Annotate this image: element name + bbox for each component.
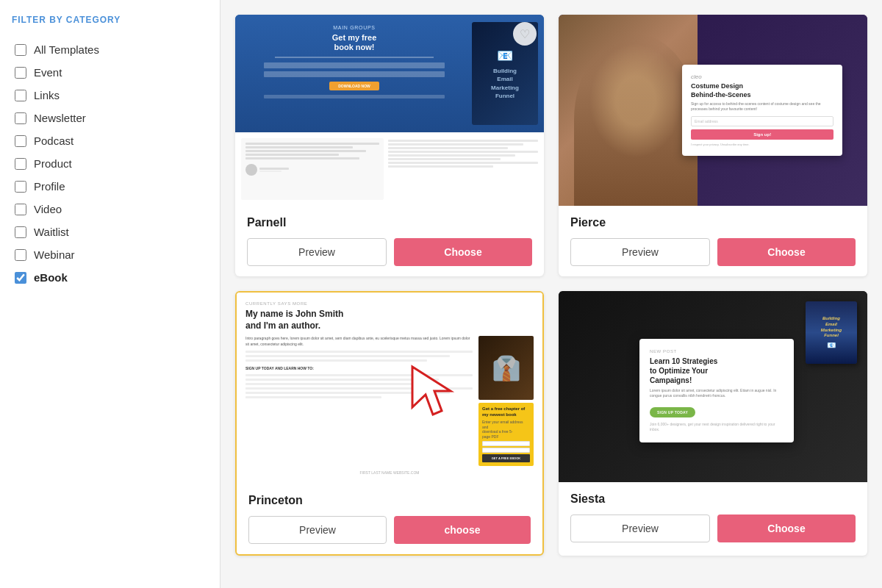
filter-event[interactable]: Event: [12, 61, 208, 84]
filter-links[interactable]: Links: [12, 84, 208, 107]
checkbox-links[interactable]: [15, 90, 26, 101]
princeton-choose-btn[interactable]: choose: [394, 516, 531, 544]
filter-label-podcast[interactable]: Podcast: [34, 135, 74, 147]
filter-waitlist[interactable]: Waitlist: [12, 220, 208, 243]
checkbox-all[interactable]: [15, 44, 26, 56]
filter-label-event[interactable]: Event: [34, 66, 62, 79]
princeton-actions: Preview choose: [248, 516, 531, 544]
filter-video[interactable]: Video: [12, 198, 208, 220]
pierce-footer: Pierce Preview Choose: [559, 206, 867, 276]
siesta-footer: Siesta Preview Choose: [559, 482, 867, 553]
filter-label-video[interactable]: Video: [34, 203, 62, 215]
pierce-choose-btn[interactable]: Choose: [717, 238, 856, 266]
siesta-name: Siesta: [570, 492, 856, 506]
siesta-preview: NEW POST Learn 10 Strategiesto Optimize …: [559, 291, 867, 482]
siesta-preview-btn[interactable]: Preview: [570, 514, 710, 542]
filter-ebook[interactable]: eBook: [12, 266, 208, 289]
filter-label-product[interactable]: Product: [34, 157, 72, 170]
parnell-name: Parnell: [247, 216, 532, 229]
checkbox-profile[interactable]: [15, 181, 26, 193]
parnell-actions: Preview Choose: [247, 238, 532, 266]
filter-label-links[interactable]: Links: [34, 89, 60, 101]
pierce-preview: cleo Costume DesignBehind-the-Scenes Sig…: [559, 15, 867, 206]
princeton-preview-btn[interactable]: Preview: [248, 516, 387, 544]
main-content: MAIN GROUPS Get my freebook now! DOWNLOA…: [220, 0, 882, 588]
sidebar: FILTER BY CATEGORY All Templates Event L…: [0, 0, 220, 588]
filter-profile[interactable]: Profile: [12, 175, 208, 198]
filter-label-waitlist[interactable]: Waitlist: [34, 226, 69, 238]
filter-product[interactable]: Product: [12, 152, 208, 175]
checkbox-waitlist[interactable]: [15, 226, 26, 238]
pierce-name: Pierce: [570, 216, 856, 229]
parnell-preview-btn[interactable]: Preview: [247, 238, 387, 266]
parnell-favorite-btn[interactable]: ♡: [513, 22, 537, 46]
template-card-pierce: cleo Costume DesignBehind-the-Scenes Sig…: [559, 15, 867, 276]
princeton-footer: Princeton Preview choose: [237, 484, 542, 554]
template-card-siesta: NEW POST Learn 10 Strategiesto Optimize …: [559, 291, 867, 556]
siesta-actions: Preview Choose: [570, 514, 856, 542]
filter-all[interactable]: All Templates: [12, 38, 208, 61]
checkbox-podcast[interactable]: [15, 135, 26, 147]
checkbox-ebook[interactable]: [15, 272, 26, 284]
filter-label-profile[interactable]: Profile: [34, 180, 65, 193]
filter-label-webinar[interactable]: Webinar: [34, 248, 75, 261]
parnell-choose-btn[interactable]: Choose: [394, 238, 532, 266]
templates-grid: MAIN GROUPS Get my freebook now! DOWNLOA…: [235, 15, 867, 556]
pierce-preview-btn[interactable]: Preview: [570, 238, 710, 266]
princeton-name: Princeton: [248, 494, 531, 507]
sidebar-title: FILTER BY CATEGORY: [12, 15, 208, 25]
filter-label-newsletter[interactable]: Newsletter: [34, 112, 86, 124]
filter-podcast[interactable]: Podcast: [12, 129, 208, 152]
princeton-preview: CURRENTLY SAYS MORE My name is John Smit…: [237, 293, 542, 484]
parnell-footer: Parnell Preview Choose: [235, 206, 544, 276]
parnell-preview: MAIN GROUPS Get my freebook now! DOWNLOA…: [235, 15, 544, 206]
pierce-actions: Preview Choose: [570, 238, 856, 266]
checkbox-video[interactable]: [15, 204, 26, 215]
filter-label-ebook[interactable]: eBook: [34, 271, 68, 284]
checkbox-product[interactable]: [15, 158, 26, 170]
checkbox-newsletter[interactable]: [15, 112, 26, 124]
filter-newsletter[interactable]: Newsletter: [12, 107, 208, 129]
filter-label-all[interactable]: All Templates: [34, 43, 99, 56]
checkbox-event[interactable]: [15, 67, 26, 79]
template-card-princeton: CURRENTLY SAYS MORE My name is John Smit…: [235, 291, 544, 556]
siesta-choose-btn[interactable]: Choose: [717, 514, 856, 542]
filter-webinar[interactable]: Webinar: [12, 243, 208, 266]
template-card-parnell: MAIN GROUPS Get my freebook now! DOWNLOA…: [235, 15, 544, 276]
checkbox-webinar[interactable]: [15, 249, 26, 261]
